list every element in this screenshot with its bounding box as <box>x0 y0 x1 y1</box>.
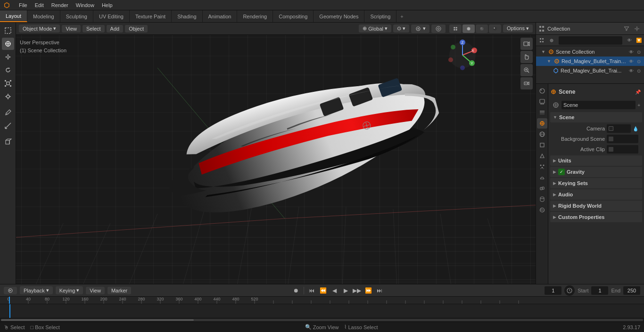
menu-help[interactable]: Help <box>98 1 116 9</box>
prop-object-btn[interactable] <box>537 140 547 150</box>
tab-shading[interactable]: Shading <box>172 10 202 22</box>
viewport-view-menu[interactable]: View <box>62 25 81 32</box>
eye-icon-2[interactable]: 👁 <box>628 58 635 65</box>
custom-props-toggle[interactable]: ▶ Custom Properties <box>550 212 642 222</box>
viewport-select-menu[interactable]: Select <box>83 25 105 32</box>
prop-viewlayer-btn[interactable] <box>537 107 547 118</box>
tab-compositing[interactable]: Compositing <box>273 10 314 22</box>
properties-pin-btn[interactable]: 📌 <box>634 88 642 96</box>
jump-start-btn[interactable]: ⏮ <box>307 286 316 295</box>
pivot-point[interactable]: ⊙ ▾ <box>393 24 409 32</box>
prop-particles-btn[interactable] <box>537 162 547 172</box>
outliner-scene-collection[interactable]: ▼ Scene Collection 👁 ⊙ <box>536 47 644 57</box>
prop-world-btn[interactable] <box>537 129 547 139</box>
viewport-shading-rendered[interactable] <box>489 24 501 33</box>
rigid-body-toggle[interactable]: ▶ Rigid Body World <box>550 201 642 211</box>
audio-toggle[interactable]: ▶ Audio <box>550 189 642 200</box>
prop-physics-btn[interactable] <box>537 172 547 183</box>
eye-icon-3[interactable]: 👁 <box>628 67 635 74</box>
prop-data-btn[interactable] <box>537 194 547 204</box>
playback-menu[interactable]: Playback ▾ <box>20 286 53 294</box>
timeline-tracks[interactable] <box>0 304 644 318</box>
tab-geometry-nodes[interactable]: Geometry Nodes <box>314 10 364 22</box>
viewport-object-menu[interactable]: Object <box>125 25 148 32</box>
navigation-gizmo[interactable]: X Y Z <box>446 39 479 72</box>
viewport-camera-icon-btn[interactable] <box>520 77 533 89</box>
prop-render-btn[interactable] <box>537 86 547 96</box>
tool-move[interactable] <box>2 51 14 63</box>
menu-edit[interactable]: Edit <box>31 1 48 9</box>
tab-modeling[interactable]: Modeling <box>27 10 60 22</box>
tab-rendering[interactable]: Rendering <box>237 10 273 22</box>
outliner-display-mode[interactable] <box>538 36 546 45</box>
scene-name-input[interactable]: Scene <box>561 101 636 109</box>
tool-rotate[interactable] <box>2 64 14 76</box>
prop-constraints-btn[interactable] <box>537 183 547 194</box>
tab-animation[interactable]: Animation <box>203 10 238 22</box>
timeline-mode-btn[interactable] <box>4 287 17 294</box>
keying-menu[interactable]: Keying ▾ <box>56 286 83 294</box>
tool-measure[interactable] <box>2 120 14 132</box>
viewport-canvas[interactable]: User Perspective (1) Scene Collection X … <box>16 35 536 284</box>
scene-section-toggle[interactable]: ▼ Scene <box>550 112 642 122</box>
play-fwd-btn[interactable]: ▶▶ <box>352 286 362 295</box>
keying-sets-toggle[interactable]: ▶ Keying Sets <box>550 178 642 188</box>
scrollbar-thumb[interactable] <box>1 319 194 321</box>
tool-add-cube[interactable] <box>2 136 14 148</box>
current-frame-input[interactable]: 1 <box>545 286 561 295</box>
prop-output-btn[interactable] <box>537 97 547 107</box>
camera-eyedropper[interactable]: 💧 <box>633 126 638 131</box>
outliner-filter-btn[interactable] <box>622 24 631 33</box>
play-btn[interactable]: ▶ <box>341 286 350 295</box>
outliner-maglev-object[interactable]: Red_Maglev_Bullet_Trai... 👁 ⊙ <box>536 66 644 75</box>
menu-file[interactable]: File <box>15 1 31 9</box>
viewport-shading-solid[interactable] <box>462 24 475 33</box>
tool-scale[interactable] <box>2 77 14 89</box>
prop-material-btn[interactable] <box>537 205 547 215</box>
menu-window[interactable]: Window <box>72 1 98 9</box>
outliner-eye-toggle[interactable]: 👁 <box>625 36 634 45</box>
tab-layout[interactable]: Layout <box>0 10 27 22</box>
viewport-display-toggle[interactable] <box>449 24 462 33</box>
gravity-checkbox[interactable]: ✓ <box>558 169 565 175</box>
step-back-btn[interactable]: ⏪ <box>318 286 328 295</box>
visibility-eye-icon[interactable]: 👁 <box>628 49 635 55</box>
outliner-restrict-toggle[interactable]: 🔽 <box>635 36 643 45</box>
viewport-hand-btn[interactable] <box>520 51 533 63</box>
viewport-camera-btn[interactable] <box>520 38 533 50</box>
gravity-toggle[interactable]: ▶ ✓ Gravity <box>550 167 642 177</box>
start-frame-input[interactable]: 1 <box>591 286 608 295</box>
viewport-options[interactable]: Options ▾ <box>503 24 533 32</box>
prop-modifier-btn[interactable] <box>537 151 547 161</box>
viewport-zoom-btn[interactable] <box>520 64 533 76</box>
active-clip-value[interactable] <box>607 145 638 154</box>
render-icon-2[interactable]: ⊙ <box>636 58 642 65</box>
outliner-settings-btn[interactable] <box>633 24 641 33</box>
viewport-shading-material[interactable] <box>476 24 488 33</box>
render-icon-3[interactable]: ⊙ <box>636 67 642 74</box>
prop-scene-btn[interactable] <box>537 118 547 129</box>
tool-annotate[interactable] <box>2 106 14 119</box>
transform-orientation[interactable]: ⊕ Global ▾ <box>359 24 391 32</box>
timeline-ruler[interactable]: 0 40 80 120 160 200 240 280 320 360 400 … <box>0 297 644 304</box>
scene-new-btn[interactable]: + <box>637 103 640 108</box>
tab-uv-editing[interactable]: UV Editing <box>93 10 130 22</box>
end-frame-input[interactable]: 250 <box>623 286 640 295</box>
mode-selector[interactable]: Object Mode ▾ <box>19 24 60 32</box>
timeline-view-menu[interactable]: View <box>86 287 105 294</box>
tool-cursor[interactable] <box>2 38 14 50</box>
viewport-add-menu[interactable]: Add <box>107 25 124 32</box>
menu-render[interactable]: Render <box>48 1 72 9</box>
tool-transform[interactable] <box>2 90 14 103</box>
outliner-search[interactable] <box>559 36 622 45</box>
proportional-edit[interactable] <box>431 24 446 33</box>
render-eye-icon[interactable]: ⊙ <box>636 49 642 55</box>
jump-end-btn[interactable]: ⏭ <box>375 286 384 295</box>
outliner-maglev-collection[interactable]: ▼ Red_Maglev_Bullet_Train_En... 👁 ⊙ <box>536 57 644 66</box>
tool-select-box[interactable] <box>2 24 14 37</box>
background-scene-value[interactable] <box>607 135 638 143</box>
camera-value[interactable] <box>607 124 631 133</box>
add-workspace-button[interactable]: + <box>396 12 407 21</box>
tab-scripting[interactable]: Scripting <box>364 10 396 22</box>
outliner-sort-btn[interactable] <box>547 36 556 45</box>
